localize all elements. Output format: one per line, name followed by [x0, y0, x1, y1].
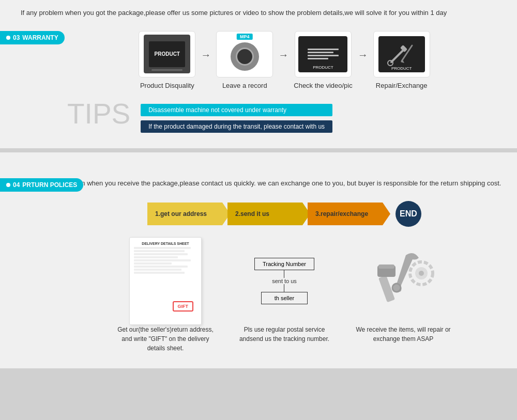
- video-label-bottom: PRODUCT: [313, 65, 333, 70]
- warranty-badge-label: WARRANTY: [22, 34, 58, 41]
- delivery-icon-area: DELIVERY DETAILS SHEET GIFT: [124, 242, 207, 320]
- delivery-sheet: DELIVERY DETAILS SHEET GIFT: [129, 237, 202, 325]
- mp4-icon: MP4: [224, 34, 265, 75]
- arrow-2: →: [278, 49, 288, 61]
- camera-lens: [236, 48, 254, 66]
- warranty-badge-num: 03: [13, 34, 20, 41]
- track-line-2: [284, 284, 284, 292]
- play-line-3: [308, 55, 339, 56]
- warranty-intro: If any problem when you got the package,…: [16, 8, 501, 18]
- step-2-label: 2.send it us: [235, 210, 269, 217]
- tip-msg-1: Disassemble machine not covered under wa…: [141, 104, 332, 116]
- product-icon-box: PRODUCT: [139, 31, 195, 77]
- tracking-icon-area: Tracking Number sent to us th seller: [243, 242, 326, 320]
- tracking-number-box: Tracking Number: [254, 258, 314, 270]
- mp4-icon-box: MP4: [216, 31, 273, 77]
- svg-point-11: [419, 271, 424, 276]
- return-section: 04 PRTURN POLICES If there's any problem…: [0, 152, 517, 369]
- flow-label-video: Check the video/pic: [294, 82, 352, 89]
- video-icon-box: PRODUCT: [295, 31, 352, 77]
- flow-item-product: PRODUCT Product Disquality: [139, 31, 195, 89]
- return-badge-num: 04: [13, 181, 20, 189]
- play-lines: [308, 49, 339, 59]
- step-3: 3.repair/exchange: [308, 203, 390, 225]
- repair-svg-icon: [367, 245, 439, 317]
- return-steps: 1.get our address 2.send it us 3.repair/…: [16, 201, 501, 227]
- gift-badge: GIFT: [173, 301, 194, 312]
- return-intro: If there's any problem when you receive …: [16, 178, 501, 189]
- tracking-seller-box: th seller: [261, 292, 308, 304]
- product-icon: PRODUCT: [144, 35, 190, 73]
- return-badge-label: PRTURN POLICES: [22, 181, 77, 189]
- video-icon: PRODUCT: [298, 36, 347, 72]
- tracking-diagram: Tracking Number sent to us th seller: [254, 258, 314, 304]
- tips-section: TIPS Disassemble machine not covered und…: [16, 100, 501, 133]
- tools-svg: [386, 41, 417, 67]
- tools-icon: PRODUCT: [378, 36, 425, 72]
- tips-title: TIPS: [67, 100, 130, 128]
- sheet-title: DELIVERY DETAILS SHEET: [134, 242, 197, 245]
- flow-item-video: PRODUCT Check the video/pic: [294, 31, 352, 89]
- tips-messages: Disassemble machine not covered under wa…: [141, 104, 332, 133]
- flow-label-product: Product Disquality: [140, 82, 194, 89]
- step-1: 1.get our address: [147, 203, 230, 225]
- tools-icon-box: PRODUCT: [373, 31, 430, 77]
- return-badge: 04 PRTURN POLICES: [0, 178, 83, 192]
- delivery-card-label: Get our(the seller's)return address, and…: [114, 325, 217, 353]
- warranty-section: If any problem when you got the package,…: [0, 0, 517, 148]
- tracking-number-label: Tracking Number: [263, 261, 306, 267]
- flow-item-mp4: MP4 Leave a record: [216, 31, 273, 89]
- end-badge: END: [396, 201, 421, 227]
- mp4-badge: MP4: [237, 34, 253, 40]
- flow-item-repair: PRODUCT Repair/Exchange: [373, 31, 430, 89]
- return-card-repair: We receive the items, will repair or exc…: [352, 242, 455, 353]
- track-line-1: [284, 270, 284, 278]
- play-line-1: [308, 49, 339, 50]
- tracking-card-label: Pls use regular postal service andsend u…: [233, 325, 336, 344]
- tip-msg-2: If the product damaged during the transi…: [141, 120, 332, 133]
- return-card-tracking: Tracking Number sent to us th seller Pls…: [233, 242, 336, 353]
- step-3-label: 3.repair/exchange: [315, 210, 368, 217]
- return-card-delivery: DELIVERY DETAILS SHEET GIFT Get our(the …: [114, 242, 217, 353]
- warranty-flow: PRODUCT Product Disquality → MP4 Leave a…: [16, 31, 501, 89]
- warranty-badge: 03 WARRANTY: [0, 31, 65, 44]
- step-2: 2.send it us: [227, 203, 310, 225]
- tracking-sent-label: sent to us: [272, 278, 297, 284]
- flow-label-repair: Repair/Exchange: [376, 82, 428, 89]
- svg-rect-7: [378, 265, 394, 269]
- svg-point-1: [388, 60, 393, 66]
- return-cards: DELIVERY DETAILS SHEET GIFT Get our(the …: [16, 242, 501, 353]
- step-1-label: 1.get our address: [155, 210, 207, 217]
- product-screen-label: PRODUCT: [149, 41, 185, 67]
- tracking-seller-label: th seller: [275, 295, 295, 301]
- arrow-3: →: [358, 49, 368, 61]
- flow-label-mp4: Leave a record: [222, 82, 267, 89]
- track-arrow-down: sent to us: [272, 270, 297, 292]
- repair-card-label: We receive the items, will repair or exc…: [352, 325, 455, 344]
- arrow-1: →: [201, 49, 211, 61]
- play-line-2: [308, 52, 333, 53]
- repair-icon-area: [362, 242, 445, 320]
- camera-body: [231, 42, 259, 71]
- play-line-4: [308, 58, 328, 59]
- tools-product-label: PRODUCT: [391, 66, 412, 71]
